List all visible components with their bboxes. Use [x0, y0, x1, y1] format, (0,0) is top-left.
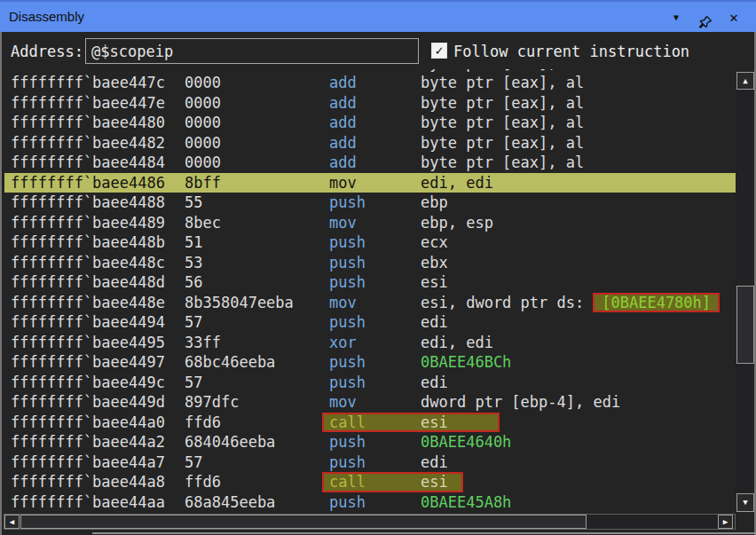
instruction-mnemonic: mov [329, 392, 357, 413]
instruction-bytes: 684046eeba [185, 432, 275, 452]
instruction-bytes: 8b358047eeba [185, 293, 294, 313]
disasm-row[interactable]: ffffffff`baee44a8ffd6callesi [4, 472, 736, 492]
instruction-bytes: 0000 [185, 153, 221, 173]
memory-reference-highlight: [0BAEE4780h] [593, 293, 720, 313]
disasm-row[interactable]: ffffffff`baee44800000addbyte ptr [eax], … [4, 113, 736, 133]
instruction-bytes: 57 [185, 452, 202, 473]
horizontal-scrollbar[interactable]: ◀ ▶ [4, 514, 736, 530]
title-bar[interactable]: Disassembly ▼ ✕ [0, 0, 756, 32]
instruction-mnemonic: mov [329, 213, 357, 233]
instruction-bytes: 0000 [185, 93, 221, 114]
disasm-row[interactable]: ffffffff`baee44898becmovebp, esp [4, 213, 736, 233]
disasm-row[interactable]: ffffffff`baee44a757pushedi [4, 452, 736, 473]
operand-segment: 0BAEE45A8h [421, 493, 511, 511]
instruction-operands: byte ptr [eax], al [421, 133, 584, 153]
instruction-operands: esi [421, 413, 448, 433]
operand-segment: esi [421, 413, 448, 431]
dock-divider [92, 532, 756, 534]
disasm-row[interactable]: ffffffff`baee44840000addbyte ptr [eax], … [4, 153, 736, 173]
instruction-bytes: 0000 [185, 113, 221, 133]
disasm-row-current[interactable]: ffffffff`baee44868bffmovedi, edi [4, 173, 736, 193]
follow-current-instruction-label: Follow current instruction [453, 39, 689, 64]
instruction-operands: byte ptr [eax], al [421, 73, 584, 93]
instruction-address: ffffffff`baee44a8 [11, 472, 165, 492]
instruction-bytes: 68a845eeba [185, 492, 275, 513]
instruction-operands: byte ptr [eax], al [421, 153, 584, 173]
scroll-up-icon[interactable]: ▲ [736, 72, 754, 90]
pin-icon[interactable] [694, 2, 715, 34]
disasm-row[interactable]: ffffffff`baee447e0000addbyte ptr [eax], … [4, 93, 736, 114]
instruction-address: ffffffff`baee449c [11, 373, 165, 393]
window-title: Disassembly [9, 9, 84, 24]
instruction-address: ffffffff`baee44a0 [11, 413, 165, 433]
instruction-operands: byte ptr [eax], al [421, 93, 584, 114]
operand-segment: dword ptr [ebp-4], edi [421, 393, 620, 411]
instruction-address: ffffffff`baee4486 [11, 173, 165, 193]
disasm-row[interactable]: ffffffff`baee44aa68a845eebapush0BAEE45A8… [4, 492, 736, 513]
operand-segment: edi [421, 313, 448, 331]
operand-segment: edi [421, 453, 448, 471]
disasm-row[interactable]: ffffffff`baee44a2684046eebapush0BAEE4640… [4, 432, 736, 452]
instruction-mnemonic: add [329, 153, 357, 173]
follow-current-instruction-checkbox[interactable]: ✓ [431, 43, 447, 59]
instruction-mnemonic: push [329, 232, 366, 253]
instruction-bytes: 33ff [185, 333, 221, 353]
disasm-row[interactable]: ffffffff`baee447c0000addbyte ptr [eax], … [4, 73, 736, 93]
disasm-row[interactable]: ffffffff`baee448855pushebp [4, 193, 736, 213]
disasm-row[interactable]: ffffffff`baee449d897dfcmovdword ptr [ebp… [4, 392, 736, 413]
instruction-address: ffffffff`baee4482 [11, 133, 165, 153]
instruction-bytes: 8bff [185, 173, 221, 193]
disassembly-listing[interactable]: ffffffff`baee447a0000addbyte ptr [eax], … [4, 69, 736, 513]
disasm-row[interactable]: ffffffff`baee448c53pushebx [4, 253, 736, 273]
vertical-scrollbar[interactable]: ▲ ▼ [736, 71, 755, 513]
instruction-mnemonic: push [329, 253, 366, 273]
instruction-operands: dword ptr [ebp-4], edi [421, 392, 620, 413]
instruction-mnemonic: push [329, 492, 366, 513]
horizontal-scrollbar-thumb[interactable] [20, 515, 587, 529]
scroll-right-icon[interactable]: ▶ [718, 515, 733, 529]
instruction-mnemonic: xor [329, 333, 357, 353]
instruction-mnemonic: mov [329, 293, 357, 313]
instruction-mnemonic: add [329, 133, 357, 153]
check-icon: ✓ [435, 43, 443, 59]
operand-segment: 0BAEE4640h [421, 433, 511, 451]
disasm-row[interactable]: ffffffff`baee449768bc46eebapush0BAEE46BC… [4, 352, 736, 373]
instruction-address: ffffffff`baee448e [11, 293, 165, 313]
disassembly-rows: ffffffff`baee447a0000addbyte ptr [eax], … [4, 69, 736, 512]
instruction-operands: edi [421, 452, 448, 473]
instruction-mnemonic: add [329, 113, 357, 133]
instruction-operands: edi, edi [421, 173, 493, 193]
instruction-mnemonic: push [329, 312, 366, 333]
instruction-operands: edi, edi [421, 333, 493, 353]
disasm-row[interactable]: ffffffff`baee448e8b358047eebamovesi, dwo… [4, 293, 736, 313]
instruction-bytes: 68bc46eeba [185, 352, 275, 373]
operand-segment: ecx [421, 233, 448, 251]
operand-segment: esi [421, 473, 448, 491]
disasm-row[interactable]: ffffffff`baee449533ffxoredi, edi [4, 333, 736, 353]
disasm-row[interactable]: ffffffff`baee44820000addbyte ptr [eax], … [4, 133, 736, 153]
disasm-row[interactable]: ffffffff`baee449457pushedi [4, 312, 736, 333]
disasm-row[interactable]: ffffffff`baee448b51pushecx [4, 232, 736, 253]
close-icon[interactable]: ✕ [722, 2, 745, 34]
disasm-row[interactable]: ffffffff`baee44a0ffd6callesi [4, 413, 736, 433]
instruction-address: ffffffff`baee44aa [11, 492, 165, 513]
disasm-row[interactable]: ffffffff`baee448d56pushesi [4, 272, 736, 293]
address-input[interactable] [85, 38, 419, 64]
vertical-scrollbar-thumb[interactable] [736, 286, 754, 364]
instruction-mnemonic: add [329, 73, 357, 93]
scroll-left-icon[interactable]: ◀ [4, 515, 20, 529]
instruction-operands: 0BAEE4640h [421, 432, 511, 452]
window-menu-caret-icon[interactable]: ▼ [665, 2, 687, 34]
instruction-bytes: 51 [185, 232, 202, 253]
instruction-bytes: 56 [185, 272, 202, 293]
instruction-bytes: ffd6 [185, 472, 221, 492]
disasm-row[interactable]: ffffffff`baee449c57pushedi [4, 373, 736, 393]
instruction-address: ffffffff`baee4484 [11, 153, 165, 173]
instruction-mnemonic: push [329, 352, 366, 373]
instruction-operands: esi [421, 272, 448, 293]
instruction-address: ffffffff`baee4497 [11, 352, 165, 373]
scroll-down-icon[interactable]: ▼ [736, 493, 754, 512]
instruction-operands: edi [421, 373, 448, 393]
instruction-mnemonic: call [329, 413, 366, 433]
instruction-address: ffffffff`baee4494 [11, 312, 165, 333]
